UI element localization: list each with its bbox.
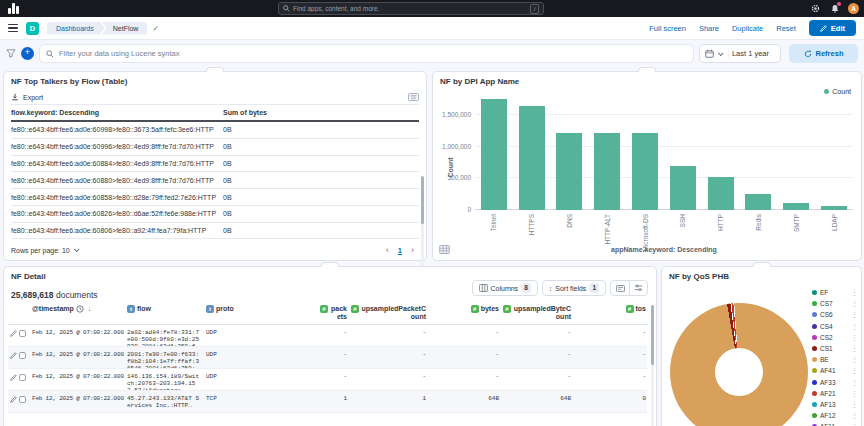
- legend-item-AF21[interactable]: AF21⋮: [812, 388, 858, 399]
- legend-item-AF13[interactable]: AF13⋮: [812, 399, 858, 410]
- time-range-value[interactable]: Last 1 year: [728, 49, 775, 58]
- column-header-bytes[interactable]: Sum of bytes: [223, 105, 419, 122]
- edit-button[interactable]: Edit: [809, 20, 856, 36]
- sort-fields-button[interactable]: ↕ Sort fields 1: [542, 280, 606, 296]
- breadcrumb-dashboards[interactable]: Dashboards: [47, 22, 105, 35]
- column-header-upsampledByteCount[interactable]: #upsampledByteCount: [501, 303, 573, 325]
- proto-cell: TCP: [204, 391, 318, 412]
- page-number[interactable]: 1: [398, 246, 402, 255]
- query-input[interactable]: Filter your data using Lucene syntax: [39, 44, 694, 63]
- bar-LDAP[interactable]: [821, 206, 847, 210]
- breadcrumb-netflow[interactable]: NetFlow: [102, 22, 148, 35]
- panel-drag-handle[interactable]: [753, 262, 771, 267]
- add-filter-button[interactable]: +: [21, 47, 34, 60]
- upsampledPacketCount-cell: 1: [349, 391, 428, 412]
- expand-row-icon[interactable]: [10, 352, 17, 359]
- global-search-input[interactable]: Find apps, content, and more. /: [278, 2, 544, 15]
- settings-icon[interactable]: [810, 3, 821, 14]
- column-header-upsampledPacketCount[interactable]: #upsampledPacketCount: [349, 303, 428, 325]
- row-checkbox[interactable]: [19, 352, 26, 359]
- share-link[interactable]: Share: [699, 24, 719, 33]
- bar-SMTP[interactable]: [783, 203, 809, 210]
- legend-menu-icon[interactable]: ⋮: [851, 323, 858, 330]
- legend-item-AF11[interactable]: AF11⋮: [812, 421, 858, 426]
- bar-HTTP-ALT[interactable]: [594, 133, 620, 210]
- row-checkbox[interactable]: [19, 374, 26, 381]
- column-header-@timestamp[interactable]: @timestamp↓: [30, 303, 125, 325]
- legend-item-AF33[interactable]: AF33⋮: [812, 377, 858, 388]
- rows-per-page-select[interactable]: Rows per page: 10: [11, 247, 78, 254]
- display-options-icon[interactable]: [629, 281, 647, 295]
- legend-item-CS1[interactable]: CS1⋮: [812, 343, 858, 354]
- filter-icon[interactable]: [6, 49, 16, 58]
- legend-menu-icon[interactable]: ⋮: [851, 401, 858, 408]
- legend-menu-icon[interactable]: ⋮: [851, 412, 858, 419]
- row-checkbox[interactable]: [19, 330, 26, 337]
- bar-HTTP[interactable]: [708, 177, 734, 210]
- donut-chart[interactable]: [670, 303, 808, 426]
- bar-Telnet[interactable]: [481, 99, 507, 210]
- legend-menu-icon[interactable]: ⋮: [851, 367, 858, 374]
- legend-item-BE[interactable]: BE⋮: [812, 354, 858, 365]
- column-header-bytes[interactable]: #bytes: [428, 303, 501, 325]
- legend-item-CS6[interactable]: CS6⋮: [812, 309, 858, 320]
- export-button[interactable]: Export: [23, 94, 43, 101]
- expand-row-icon[interactable]: [10, 396, 17, 403]
- reset-link[interactable]: Reset: [776, 24, 796, 33]
- expand-row-icon[interactable]: [10, 374, 17, 381]
- full-screen-link[interactable]: Full screen: [649, 24, 686, 33]
- bar-SSH[interactable]: [670, 166, 696, 210]
- legend-menu-icon[interactable]: ⋮: [851, 300, 858, 307]
- prev-page-button[interactable]: ‹: [386, 245, 389, 255]
- bar-slot: Telnet: [475, 90, 513, 210]
- legend-item-AF12[interactable]: AF12⋮: [812, 410, 858, 421]
- panel-drag-handle[interactable]: [206, 67, 224, 72]
- legend-menu-icon[interactable]: ⋮: [851, 390, 858, 397]
- column-header-flow[interactable]: tflow: [125, 303, 204, 325]
- bar-slot: SMTP: [777, 90, 815, 210]
- legend-item-AF41[interactable]: AF41⋮: [812, 365, 858, 376]
- sort-desc-icon[interactable]: ↓: [88, 305, 92, 313]
- legend-item-CS7[interactable]: CS7⋮: [812, 298, 858, 309]
- next-page-button[interactable]: ›: [411, 245, 414, 255]
- column-header-packets[interactable]: #packets: [318, 303, 349, 325]
- legend-menu-icon[interactable]: ⋮: [851, 311, 858, 318]
- menu-icon[interactable]: [8, 24, 18, 32]
- panel-drag-handle[interactable]: [638, 67, 656, 72]
- saved-check-icon[interactable]: ✓: [152, 24, 159, 33]
- donut-hole: [715, 348, 763, 396]
- bar-Redis[interactable]: [745, 194, 771, 210]
- legend-menu-icon[interactable]: ⋮: [851, 345, 858, 352]
- elastic-logo-icon[interactable]: [8, 3, 19, 14]
- column-header-tos[interactable]: #tos: [573, 303, 648, 325]
- expand-row-icon[interactable]: [10, 330, 17, 337]
- duplicate-link[interactable]: Duplicate: [732, 24, 763, 33]
- panel-drag-handle[interactable]: [321, 262, 339, 267]
- column-header-flow[interactable]: flow.keyword: Descending: [11, 105, 223, 122]
- notifications-bell-icon[interactable]: [829, 3, 840, 14]
- column-header-proto[interactable]: tproto: [204, 303, 318, 325]
- table-row: fe80::e643:4bff:fee6:ad0e:60998>fe80::36…: [11, 121, 419, 138]
- refresh-button[interactable]: Refresh: [789, 44, 858, 63]
- columns-button[interactable]: Columns 8: [472, 280, 538, 296]
- legend-menu-icon[interactable]: ⋮: [851, 289, 858, 296]
- number-field-icon: #: [471, 305, 479, 313]
- dashboard-app-badge[interactable]: D: [26, 22, 39, 35]
- legend-item-CS4[interactable]: CS4⋮: [812, 321, 858, 332]
- legend-menu-icon[interactable]: ⋮: [851, 334, 858, 341]
- inspect-table-icon[interactable]: [439, 245, 450, 254]
- bar-Microsoft-DS[interactable]: [632, 133, 658, 210]
- fullscreen-icon[interactable]: [611, 281, 629, 295]
- legend-item-CS2[interactable]: CS2⋮: [812, 332, 858, 343]
- legend-item-EF[interactable]: EF⋮: [812, 287, 858, 298]
- user-avatar[interactable]: A: [848, 3, 859, 14]
- legend-menu-icon[interactable]: ⋮: [851, 356, 858, 363]
- row-checkbox[interactable]: [19, 396, 26, 403]
- bar-DNS[interactable]: [556, 133, 582, 210]
- keyboard-icon[interactable]: [408, 93, 419, 101]
- legend-menu-icon[interactable]: ⋮: [851, 379, 858, 386]
- scrollbar[interactable]: [651, 305, 654, 426]
- date-picker[interactable]: Last 1 year: [699, 44, 781, 63]
- bar-HTTPS[interactable]: [519, 106, 545, 210]
- legend-label: CS4: [820, 323, 833, 330]
